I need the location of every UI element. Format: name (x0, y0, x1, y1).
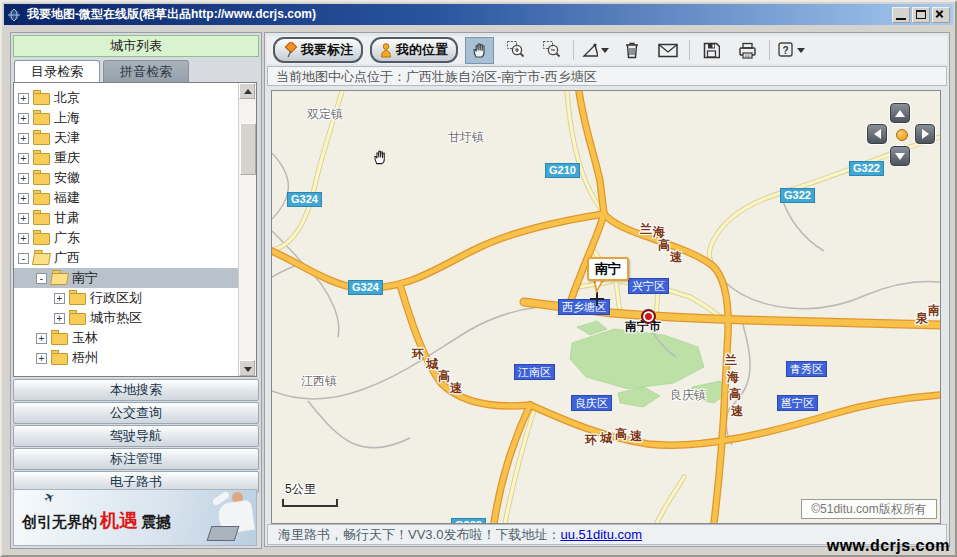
sidebar-button[interactable]: 本地搜索 (13, 379, 259, 401)
download-link[interactable]: uu.51ditu.com (560, 527, 642, 542)
scroll-down-button[interactable] (239, 360, 255, 376)
save-icon (703, 42, 720, 59)
app-icon[interactable] (7, 8, 22, 22)
folder-icon (69, 293, 86, 305)
highway-label-char: 速 (630, 428, 642, 445)
highway-label-char: 南 (928, 302, 940, 319)
tree-item[interactable]: + 甘肃 (14, 208, 242, 228)
folder-icon (33, 213, 50, 225)
tree-toggle[interactable]: + (18, 93, 29, 104)
dropdown-arrow-icon (601, 48, 609, 53)
zoom-in-tool-button[interactable] (501, 37, 530, 64)
town-label: 良庆镇 (670, 387, 706, 404)
city-tree[interactable]: + 北京 + 上海 + 天津 (13, 82, 257, 377)
highway-label-char: 环 (585, 432, 597, 449)
close-button[interactable] (932, 7, 950, 23)
scrollbar-thumb[interactable] (240, 123, 256, 175)
pan-left-button[interactable] (867, 124, 887, 144)
search-tab[interactable]: 目录检索 (14, 60, 100, 83)
sidebar-button[interactable]: 标注管理 (13, 448, 259, 470)
pan-right-button[interactable] (915, 124, 935, 144)
app-window: 我要地图-微型在线版(稻草出品http://www.dcrjs.com) 城市列… (0, 0, 957, 557)
minimize-button[interactable] (892, 7, 910, 23)
save-tool-button[interactable] (697, 37, 726, 64)
tree-item[interactable]: + 天津 (14, 128, 242, 148)
my-location-button[interactable]: 我的位置 (370, 37, 458, 63)
tree-toggle[interactable]: + (18, 213, 29, 224)
folder-icon (50, 273, 69, 285)
folder-icon (51, 333, 68, 345)
search-tab[interactable]: 拼音检索 (103, 60, 189, 83)
trash-icon (624, 41, 640, 59)
highway-label-char: 环 (412, 346, 424, 363)
tree-toggle[interactable]: + (18, 193, 29, 204)
tree-item-label: 天津 (54, 129, 80, 147)
tree-toggle[interactable]: + (18, 153, 29, 164)
tree-item[interactable]: + 重庆 (14, 148, 242, 168)
zoom-out-tool-button[interactable] (537, 37, 566, 64)
ad-banner[interactable]: ✈ 创引无界的机遇震撼 (13, 489, 257, 546)
annotate-button[interactable]: 我要标注 (273, 37, 363, 63)
tree-toggle[interactable]: + (18, 133, 29, 144)
tree-item-label: 广东 (54, 229, 80, 247)
pan-down-button[interactable] (890, 146, 910, 166)
highway-label-char: 速 (450, 380, 462, 397)
tree-item-label: 行政区划 (90, 289, 142, 307)
tree-toggle[interactable]: + (54, 293, 65, 304)
tree-item-label: 福建 (54, 189, 80, 207)
tree-item-label: 城市热区 (90, 309, 142, 327)
tree-item[interactable]: + 北京 (14, 88, 242, 108)
window-controls (892, 7, 950, 23)
mail-tool-button[interactable] (653, 37, 682, 64)
tree-toggle[interactable]: + (18, 113, 29, 124)
folder-icon (33, 173, 50, 185)
tree-item[interactable]: + 行政区划 (14, 288, 257, 308)
help-tool-button[interactable]: ? (777, 37, 806, 64)
tree-toggle[interactable]: + (54, 313, 65, 324)
nanning-callout[interactable]: 南宁 (587, 257, 629, 281)
sidebar-button[interactable]: 驾驶导航 (13, 425, 259, 447)
tree-toggle[interactable]: + (18, 233, 29, 244)
delete-tool-button[interactable] (617, 37, 646, 64)
tree-item[interactable]: + 城市热区 (14, 308, 257, 328)
tree-item[interactable]: + 玉林 (14, 328, 257, 348)
zoom-out-icon (542, 40, 562, 60)
tree-item[interactable]: + 福建 (14, 188, 242, 208)
sidebar-button[interactable]: 公交查询 (13, 402, 259, 424)
print-tool-button[interactable] (733, 37, 762, 64)
scroll-up-button[interactable] (239, 83, 255, 99)
tree-item-label: 北京 (54, 89, 80, 107)
tree-toggle[interactable]: - (36, 273, 47, 284)
tree-item[interactable]: + 上海 (14, 108, 242, 128)
tree-item[interactable]: - 南宁 (14, 268, 257, 288)
pan-up-button[interactable] (890, 103, 910, 123)
tree-scrollbar[interactable] (238, 83, 256, 376)
highway-label-char: 速 (670, 249, 682, 266)
tree-item[interactable]: - 广西 (14, 248, 242, 268)
tree-item[interactable]: + 广东 (14, 228, 242, 248)
highway-label-char: 城 (426, 356, 438, 373)
tree-toggle[interactable]: + (36, 333, 47, 344)
toolbar-separator (573, 40, 574, 60)
hand-tool-button[interactable] (465, 37, 494, 64)
window-title: 我要地图-微型在线版(稻草出品http://www.dcrjs.com) (27, 6, 316, 23)
town-label: 甘圩镇 (448, 129, 484, 146)
scale-label: 5公里 (285, 481, 316, 498)
zoom-in-icon (506, 40, 526, 60)
maximize-button[interactable] (912, 7, 930, 23)
map-viewport[interactable]: 双定镇甘圩镇江西镇良庆镇 兰海高速环城高速环城高速兰海高速泉南 G324G324… (271, 90, 941, 524)
measure-tool-button[interactable] (581, 37, 610, 64)
tree-item[interactable]: + 梧州 (14, 348, 257, 368)
tree-item[interactable]: + 安徽 (14, 168, 242, 188)
tree-toggle[interactable]: - (18, 253, 29, 264)
tree-toggle[interactable]: + (18, 173, 29, 184)
folder-icon (69, 313, 86, 325)
pan-center-dot[interactable] (896, 129, 908, 141)
district-badge: 良庆区 (571, 395, 612, 411)
highway-label-char: 高 (729, 386, 741, 403)
measure-icon (582, 41, 598, 59)
highway-label-char: 高 (438, 368, 450, 385)
district-badge: 青秀区 (786, 361, 827, 377)
highway-label-char: 海 (727, 369, 739, 386)
tree-toggle[interactable]: + (36, 353, 47, 364)
